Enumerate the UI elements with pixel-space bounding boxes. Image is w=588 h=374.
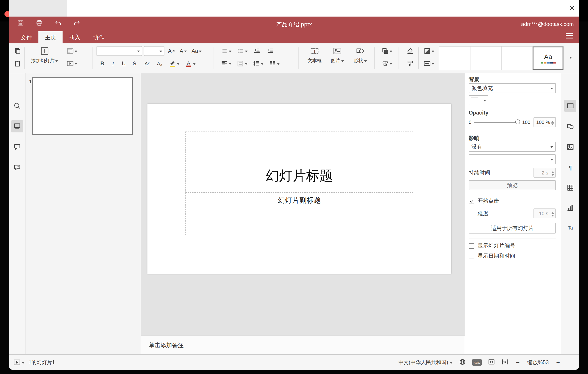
highlight-color-button[interactable] [167,59,181,68]
horizontal-align-button[interactable] [219,59,233,68]
preview-button[interactable]: 预览 [469,180,556,190]
theme-preview[interactable] [471,46,502,70]
tab-collaboration[interactable]: 协作 [87,31,111,44]
background-fill-select[interactable]: 颜色填充 [469,83,556,93]
vertical-align-button[interactable] [235,59,249,68]
start-on-click-checkbox[interactable] [469,198,474,204]
decrease-indent-button[interactable] [251,46,263,56]
slide-layout-button[interactable] [65,46,79,56]
duration-input[interactable]: 2 s [534,168,556,178]
font-size-combobox[interactable] [144,46,164,56]
chevron-down-icon [390,63,392,66]
slide-size-button[interactable] [422,59,436,68]
decrease-font-size-button[interactable]: A [178,46,189,56]
strikethrough-button[interactable]: S [130,59,139,68]
theme-preview-selected[interactable]: Aa [533,46,564,70]
align-shape-button[interactable] [380,59,394,68]
numbered-list-icon [237,47,244,55]
font-color-button[interactable]: A [183,59,198,68]
shape-fill-button[interactable] [422,46,436,56]
line-spacing-button[interactable] [251,59,265,68]
opacity-input[interactable]: 100 % [534,117,556,127]
shape-settings-button[interactable] [564,120,576,132]
background-color-select[interactable] [469,95,488,105]
numbered-list-button[interactable] [235,46,249,56]
slide[interactable]: 幻灯片标题 幻灯片副标题 [147,104,451,274]
paste-button[interactable] [12,59,22,68]
start-slideshow-button[interactable] [65,59,79,68]
tab-insert[interactable]: 插入 [63,31,87,44]
font-name-combobox[interactable] [96,46,142,56]
italic-button[interactable]: I [108,59,118,68]
theme-preview[interactable] [502,46,533,70]
fit-to-slide-button[interactable] [488,358,495,366]
zoom-out-button[interactable]: − [515,359,521,366]
copy-button[interactable] [12,46,22,56]
language-selector[interactable]: 中文(中华人民共和国) [399,359,453,366]
arrow-up-icon [172,48,175,51]
slides-panel-button[interactable] [11,120,23,132]
document-language-button[interactable] [459,358,466,366]
image-icon [333,46,342,55]
tab-file[interactable]: 文件 [14,31,38,44]
theme-preview[interactable] [439,46,471,70]
superscript-button[interactable]: A² [141,59,153,68]
screen: 文件 × 产品介绍.pptx adm***@dootask.com 文件 主页 … [0,0,588,374]
textart-settings-button[interactable]: Ta [564,221,576,233]
increase-font-size-button[interactable]: A [166,46,177,56]
slide-title-placeholder[interactable]: 幻灯片标题 [185,132,413,193]
show-date-time-checkbox[interactable] [469,253,474,259]
search-button[interactable] [11,100,23,112]
show-slide-number-checkbox[interactable] [469,243,474,249]
slide-thumbnail[interactable] [32,77,133,135]
columns-button[interactable] [267,59,282,68]
delay-checkbox[interactable] [469,211,474,216]
bullet-list-button[interactable] [219,46,233,56]
underline-button[interactable]: U [119,59,129,68]
slide-canvas[interactable]: 幻灯片标题 幻灯片副标题 [141,73,465,336]
transition-variant-select[interactable] [469,154,556,164]
copy-style-button[interactable] [405,59,416,68]
close-icon[interactable]: × [569,1,575,15]
zoom-in-button[interactable]: + [555,359,561,366]
table-settings-button[interactable] [564,182,576,194]
add-slide-button[interactable]: 添加幻灯片 [29,45,61,72]
paragraph-settings-button[interactable]: ¶ [564,162,576,174]
app-header: 产品介绍.pptx adm***@dootask.com 文件 主页 插入 协作 [9,17,579,44]
image-settings-button[interactable] [564,141,576,153]
insert-shape-button[interactable]: 形状 [349,45,371,72]
transition-effect-select[interactable]: 没有 [469,142,556,152]
start-slideshow-status-button[interactable] [13,359,25,366]
apply-to-all-slides-button[interactable]: 适用于所有幻灯片 [469,223,556,233]
color-swatch [471,97,478,103]
insert-image-button[interactable]: 图片 [327,45,348,72]
spellcheck-button[interactable]: ABC [472,359,482,366]
delay-row: 延迟 10 s [469,209,556,218]
theme-gallery-expand-button[interactable] [566,46,576,70]
slide-settings-button[interactable] [564,100,576,112]
notes-area[interactable]: 单击添加备注 [141,336,465,354]
tab-home[interactable]: 主页 [38,31,63,44]
bold-button[interactable]: B [97,59,107,68]
insert-textbox-button[interactable]: T 文本框 [304,45,325,72]
spinner-icons[interactable] [551,211,554,218]
opacity-slider[interactable] [474,119,520,125]
change-case-button[interactable]: Aa [189,46,204,56]
increase-indent-button[interactable] [264,46,276,56]
clear-style-button[interactable] [405,46,416,56]
comments-button[interactable] [11,141,23,153]
chat-button[interactable] [11,162,23,174]
delay-input[interactable]: 10 s [534,209,556,218]
left-icon-strip [9,73,25,354]
opacity-slider-knob[interactable] [515,120,520,124]
menu-icon[interactable] [566,32,573,40]
zoom-level[interactable]: 缩放%53 [527,359,549,366]
subscript-button[interactable]: A₂ [154,59,165,68]
arrange-shape-button[interactable] [380,46,394,56]
chart-settings-button[interactable] [564,202,576,214]
fit-to-width-button[interactable] [501,358,508,366]
slide-subtitle-placeholder[interactable]: 幻灯片副标题 [185,193,413,235]
spinner-icons[interactable] [551,120,554,127]
decrease-indent-icon [253,47,261,55]
spinner-icons[interactable] [551,170,554,177]
